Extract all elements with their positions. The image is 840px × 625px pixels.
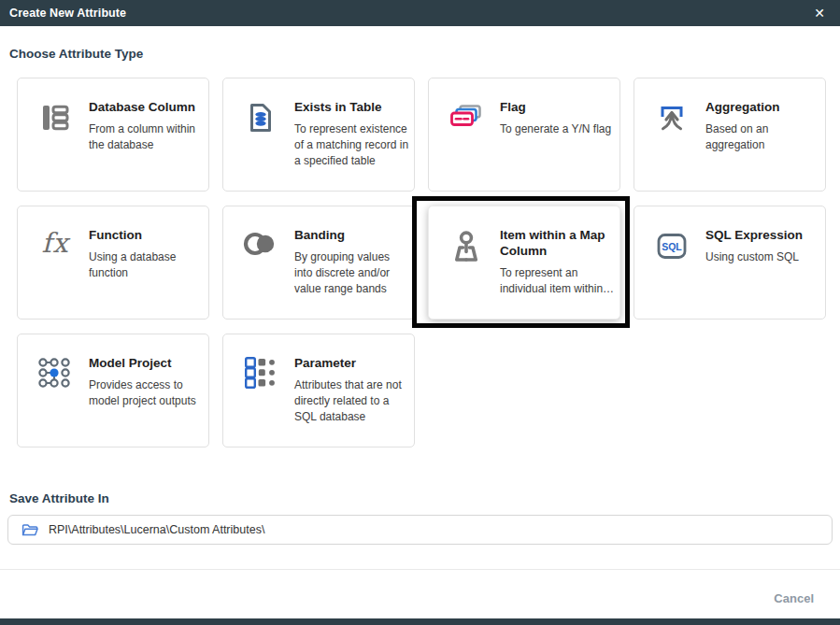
attribute-type-grid: Database Column From a column within the… <box>17 78 840 447</box>
map-pin-icon <box>448 229 485 266</box>
attribute-type-card-sql-expression[interactable]: SQL SQL Expression Using custom SQL <box>634 206 826 320</box>
parameter-grid-icon <box>242 357 279 389</box>
card-title: Database Column <box>89 99 205 115</box>
database-column-icon <box>36 101 74 135</box>
attribute-type-card-aggregation[interactable]: Aggregation Based on an aggregation <box>634 78 826 192</box>
attribute-type-card-banding[interactable]: Banding By grouping values into discrete… <box>222 206 415 320</box>
attribute-type-card-function[interactable]: fx Function Using a database function <box>17 206 209 320</box>
card-title: Item within a Map Column <box>500 227 616 259</box>
document-database-icon <box>242 101 279 135</box>
svg-text:SQL: SQL <box>662 241 682 252</box>
attribute-type-card-database-column[interactable]: Database Column From a column within the… <box>17 78 209 192</box>
card-title: Function <box>89 227 205 243</box>
flag-cards-icon <box>448 101 485 133</box>
aggregation-arrows-icon <box>653 101 691 135</box>
card-description: To represent an individual item within… <box>500 265 616 297</box>
card-title: Banding <box>294 227 410 243</box>
save-path-value: RPI\Attributes\Lucerna\Custom Attributes… <box>49 523 264 536</box>
cancel-button[interactable]: Cancel <box>774 591 814 605</box>
save-path-picker[interactable]: RPI\Attributes\Lucerna\Custom Attributes… <box>7 515 833 545</box>
footer-divider <box>0 569 840 570</box>
attribute-type-card-flag[interactable]: Flag To generate a Y/N flag <box>428 78 620 192</box>
card-title: Parameter <box>294 355 410 371</box>
card-title: Flag <box>500 99 616 115</box>
save-attribute-in-label: Save Attribute In <box>9 491 840 505</box>
card-description: Using custom SQL <box>705 249 821 265</box>
card-description: From a column within the database <box>89 121 205 153</box>
card-description: Using a database function <box>89 249 205 281</box>
card-title: Aggregation <box>705 99 821 115</box>
banding-circles-icon <box>242 229 279 259</box>
folder-icon <box>21 523 38 537</box>
card-title: SQL Expression <box>705 227 821 243</box>
card-description: To represent existence of a matching rec… <box>294 121 410 169</box>
card-description: By grouping values into discrete and/or … <box>294 249 410 297</box>
dialog-title: Create New Attribute <box>9 7 810 20</box>
choose-attribute-type-label: Choose Attribute Type <box>9 47 840 61</box>
card-title: Model Project <box>89 355 205 371</box>
card-description: Based on an aggregation <box>705 121 821 153</box>
sql-badge-icon: SQL <box>653 229 691 263</box>
card-description: To generate a Y/N flag <box>500 121 616 137</box>
model-network-icon <box>36 357 74 389</box>
close-icon[interactable]: ✕ <box>810 5 829 21</box>
attribute-type-card-exists-in-table[interactable]: Exists in Table To represent existence o… <box>222 78 415 192</box>
bottom-bar <box>0 618 840 625</box>
attribute-type-card-model-project[interactable]: Model Project Provides access to model p… <box>17 334 209 447</box>
dialog-header: Create New Attribute ✕ <box>0 0 840 26</box>
card-description: Provides access to model project outputs <box>89 377 205 409</box>
card-title: Exists in Table <box>294 99 410 115</box>
attribute-type-card-parameter[interactable]: Parameter Attributes that are not direct… <box>222 334 415 447</box>
fx-icon: fx <box>36 229 74 257</box>
attribute-type-card-item-within-map-column[interactable]: Item within a Map Column To represent an… <box>428 206 620 320</box>
card-description: Attributes that are not directly related… <box>294 377 410 425</box>
